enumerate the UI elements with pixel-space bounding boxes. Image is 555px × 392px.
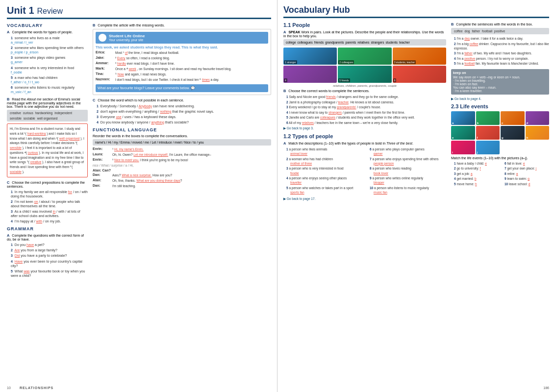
grammar-list: 1 Do you have a pet? 2 Are you from a la…	[7, 243, 88, 278]
list-item: 3 Did you have a party to celebrate?	[11, 253, 88, 258]
photo-label: 1 stranger	[284, 60, 297, 64]
emma-text-box: Hi, I'm Emma and I'm a student nurse. I …	[7, 123, 88, 177]
section-23-life: 2.3 Life events a b c d	[451, 103, 549, 187]
article-footer: What are your favourite blogs? Leave you…	[96, 84, 268, 92]
photo-label: 4	[284, 78, 287, 82]
right-page-header: Vocabulary Hub	[283, 5, 549, 18]
section-23-title: 2.3 Life events	[451, 103, 549, 109]
list-item: 3 I'm a father of two. My wife and I hav…	[454, 51, 549, 55]
photo-cell-6: 6	[393, 66, 446, 83]
keep-on-content: We say keen on + verb –ing or keen on + …	[453, 75, 547, 93]
photo-label: 2 colleagues	[338, 60, 354, 64]
left-column-1: VOCABULARY A Complete the words for type…	[7, 23, 88, 279]
dialogue-row: Tina: ⁵ Now and again, I read news blogs…	[96, 72, 268, 76]
dialogue-row: Erica: Most ¹ of the time, I read blogs …	[96, 50, 268, 55]
photo-label: 5 friends	[338, 78, 350, 82]
article-subtitle: Your university, your site	[109, 38, 145, 42]
grammar-title: GRAMMAR	[7, 226, 88, 231]
functional-lang-instruction: Reorder the words in the boxes to comple…	[93, 134, 271, 138]
list-item: 3 get a job: a	[454, 172, 499, 176]
list-item: 2 a woman who has had childrenmother of …	[286, 157, 363, 166]
list-item: 4 Have you ever been to your country's c…	[11, 259, 88, 268]
list-item: 6 a person who plays computer gamesgamer	[370, 147, 446, 156]
grammar-a-instruction: A Complete the questions with the correc…	[7, 233, 88, 241]
dialogue-row: Laura: Oh, hi. Owen? Let me introduce my…	[93, 152, 271, 157]
list-item: 4 I'm a positive person. I try not to wo…	[454, 56, 549, 61]
right-word-box: coffee dog father football positive	[451, 28, 549, 34]
life-cell-b: b	[476, 111, 500, 125]
photo-cell-4: 4	[283, 66, 337, 83]
page-footer-label-left: RELATIONSHIPS	[20, 386, 53, 390]
people-photo-grid: 1 stranger 2 colleagues 3 students, teac…	[283, 48, 446, 83]
keep-on-title: keep on	[453, 71, 547, 74]
page-number-left: 10	[7, 386, 11, 390]
left-page-header: Unit 1 Review	[7, 5, 271, 19]
section-12-types: 1.2 Types of people A Match the descript…	[283, 133, 446, 200]
choose-word-list: 1 Everybody / Somebody / Anybody can hav…	[93, 104, 271, 124]
life-cell-i: i	[451, 141, 475, 154]
left-column-2: B Complete the article with the missing …	[93, 23, 271, 279]
conversation-word-box: name's / Hi / my / Emma / moved / me / L…	[93, 139, 271, 146]
right-col-2: B Complete the sentences with the words …	[451, 22, 549, 204]
vocab-section-a: A Complete the words for types of people…	[7, 30, 88, 94]
functional-language-title: FUNCTIONAL LANGUAGE	[93, 127, 271, 132]
list-item: 8 a person who loves readingbook lover	[370, 166, 446, 175]
list-item: 2 Jamil is a photography colleague / tea…	[286, 100, 446, 104]
student-life-header: Student Life Online Your university, you…	[96, 32, 268, 44]
vocab-a-instruction: A Complete the words for types of people…	[7, 30, 88, 34]
photo-cell-5: 5 friends	[338, 66, 391, 83]
conv-divider-text: nice / What / surprise / a / Hi,	[93, 164, 271, 167]
list-item: 2 go to university: f	[454, 166, 499, 171]
list-item: 7 get your own place: j	[505, 166, 549, 171]
photo-caption: relatives, children, parents, grandparen…	[283, 84, 446, 87]
dialogue-row: Alan: Can?	[93, 169, 271, 172]
list-item: 1 Everybody / Somebody / Anybody can hav…	[97, 104, 271, 108]
section-11b-instruction: B Choose the correct words to complete t…	[283, 89, 446, 93]
list-item: 6 fall in love: e	[505, 161, 549, 166]
list-item: 4 Do you know anybody / anyone / anythin…	[97, 120, 271, 124]
list-item: 4 get married: b	[454, 176, 499, 181]
section-11-people: 1.1 People A SPEAK Work in pairs. Look a…	[283, 22, 446, 130]
life-cell-g: g	[501, 126, 525, 140]
list-item: 1 Sally and Nicole are good friends / st…	[286, 95, 446, 99]
right-col-1: 1.1 People A SPEAK Work in pairs. Look a…	[283, 22, 446, 204]
prepositions-list: 1 In my family we are all responsible fo…	[7, 190, 88, 224]
photo-cell-1: 1 stranger	[283, 48, 337, 65]
list-item: 4 I never know what to say to strangers …	[286, 110, 446, 115]
section-11-title: 1.1 People	[283, 22, 446, 28]
go-back-4: ▶ Go back to page 4.	[451, 97, 549, 101]
unit-review-label: Review	[37, 7, 63, 16]
page-number-right: 186	[543, 386, 549, 390]
sentences-list: 1 Sally and Nicole are good friends / st…	[283, 95, 446, 125]
list-item: 2 I'm not keen on / about / to people wh…	[11, 199, 88, 208]
dialogue-row: Enrin: ¹ Hi, my name's Enrin.	[93, 147, 271, 151]
list-item: 6 someone who listens to music regularly…	[11, 85, 88, 94]
list-item: 3 Everyone use / uses / has a keyboard t…	[97, 115, 271, 119]
list-item: 4 someone who is very interested in food…	[11, 66, 88, 74]
choose-word-instruction: C Choose the word which is not possible …	[93, 98, 271, 102]
list-item: 9 learn to swim: g	[505, 176, 549, 181]
emma-text-content: Hi, I'm Emma and I'm a student nurse. I …	[10, 126, 85, 174]
section-12-title: 1.2 Types of people	[283, 133, 446, 139]
list-item: 1 In my family we are all responsible fo…	[11, 190, 88, 198]
dialogue-row: Enrin: ³ Nice to meet you. I think you'r…	[93, 158, 271, 162]
list-item: 2 someone who likes spending time with o…	[11, 46, 88, 54]
list-item: 3 someone who plays video gamesg_amer	[11, 55, 88, 64]
list-item: 1 have a baby / child: e	[454, 161, 499, 166]
life-photo-grid: a b c d e f	[451, 111, 549, 154]
adjective-word-box: creative curious hardworking independent…	[7, 110, 88, 122]
life-cell-d: d	[526, 111, 550, 125]
list-item: 4 a person who enjoys seeing other place…	[286, 176, 363, 185]
list-item: 10 leave school: d	[505, 182, 549, 186]
go-back-3: ▶ Go back to page 3.	[283, 126, 446, 130]
functional-language-section: FUNCTIONAL LANGUAGE Reorder the words in…	[93, 127, 271, 189]
article-title: Student Life Online	[109, 34, 145, 38]
types-list-col2: 6 a person who plays computer gamesgamer…	[367, 147, 446, 195]
choose-word-section: C Choose the word which is not possible …	[93, 98, 271, 124]
photo-cell-3: 3 students, teacher	[393, 48, 446, 65]
left-page: Unit 1 Review VOCABULARY A Complete the …	[0, 0, 278, 392]
types-list-col1: 1 a person who likes animalsanimal lover…	[283, 147, 363, 195]
section-11a-instruction: A SPEAK Work in pairs. Look at the pictu…	[283, 30, 446, 38]
list-item: 6 All of my relatives / teachers live in…	[286, 121, 446, 125]
right-b-instruction: B Complete the sentences with the words …	[451, 22, 549, 26]
